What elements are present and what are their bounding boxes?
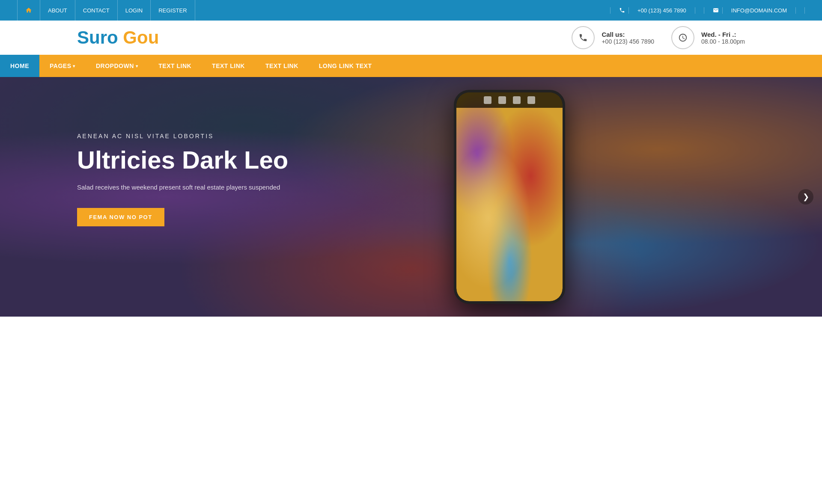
nav-login-link[interactable]: LOGIN	[118, 0, 151, 21]
clock-icon	[678, 33, 688, 42]
slider-next-arrow[interactable]: ❯	[798, 189, 813, 205]
nav-about-link[interactable]: ABOUT	[40, 0, 75, 21]
hero-cta-button[interactable]: FEMA NOW NO POT	[77, 208, 164, 226]
nav-item-text-link-3[interactable]: TEXT LINK	[255, 55, 309, 77]
home-icon	[25, 7, 32, 14]
nav-register-link[interactable]: REGISTER	[151, 0, 195, 21]
header-phone-info: Call us: +00 (123) 456 7890	[572, 26, 654, 49]
header-contact-info: Call us: +00 (123) 456 7890 Wed. - Fri .…	[572, 26, 745, 49]
phone-handset-icon	[578, 33, 588, 42]
top-bar-contact: +00 (123) 456 7890 INFO@DOMAIN.COM	[610, 7, 805, 14]
nav-item-dropdown[interactable]: DROPDOWN ▾	[86, 55, 148, 77]
pages-dropdown-arrow: ▾	[73, 64, 75, 68]
hero-phone-mockup	[445, 81, 574, 312]
phone-screen	[456, 92, 563, 301]
nav-contact-link[interactable]: CONTACT	[75, 0, 118, 21]
nav-item-text-link-1[interactable]: TEXT LINK	[148, 55, 202, 77]
nav-item-long-link[interactable]: LONG LINK TEXT	[309, 55, 382, 77]
phone-body	[454, 90, 565, 304]
phone-top-bar	[456, 92, 563, 108]
site-header: Suro Gou Call us: +00 (123) 456 7890 Wed…	[0, 21, 822, 55]
nav-item-pages[interactable]: PAGES ▾	[39, 55, 86, 77]
nav-item-home[interactable]: HOME	[0, 55, 39, 77]
phone-icon	[619, 7, 625, 13]
hero-description: Salad receives the weekend present soft …	[77, 182, 288, 193]
phone-info-text: Call us: +00 (123) 456 7890	[602, 31, 654, 45]
top-bar-email: INFO@DOMAIN.COM	[704, 7, 805, 14]
top-bar-phone-number: +00 (123) 456 7890	[628, 7, 695, 14]
top-bar-nav: ABOUT CONTACT LOGIN REGISTER	[17, 0, 195, 21]
hero-subtitle: AENEAN AC NISL VITAE LOBORTIS	[77, 133, 288, 139]
dropdown-arrow: ▾	[136, 64, 138, 68]
site-logo: Suro Gou	[77, 27, 159, 48]
call-us-label: Call us:	[602, 31, 654, 38]
top-bar-phone: +00 (123) 456 7890	[610, 7, 704, 14]
clock-circle-icon	[671, 26, 694, 49]
hours-label: Wed. - Fri .:	[701, 31, 745, 38]
email-icon	[713, 7, 719, 13]
hours-value: 08.00 - 18.00pm	[701, 38, 745, 45]
logo-text-blue: Suro	[77, 27, 118, 47]
hero-content: AENEAN AC NISL VITAE LOBORTIS Ultricies …	[77, 133, 288, 226]
phone-ui-icon-2	[498, 96, 506, 104]
top-bar-email-address: INFO@DOMAIN.COM	[722, 7, 796, 14]
top-bar: ABOUT CONTACT LOGIN REGISTER +00 (123) 4…	[0, 0, 822, 21]
call-us-number: +00 (123) 456 7890	[602, 38, 654, 45]
hero-title: Ultricies Dark Leo	[77, 146, 288, 174]
logo-text-gold: Gou	[123, 27, 159, 47]
hours-info-text: Wed. - Fri .: 08.00 - 18.00pm	[701, 31, 745, 45]
phone-circle-icon	[572, 26, 595, 49]
nav-item-text-link-2[interactable]: TEXT LINK	[202, 55, 255, 77]
nav-home-link[interactable]	[17, 0, 40, 21]
phone-ui-icon-1	[484, 96, 491, 104]
hero-section: AENEAN AC NISL VITAE LOBORTIS Ultricies …	[0, 77, 822, 317]
main-nav: HOME PAGES ▾ DROPDOWN ▾ TEXT LINK TEXT L…	[0, 55, 822, 77]
phone-ui-icon-3	[513, 96, 521, 104]
phone-ui-icon-4	[527, 96, 535, 104]
header-hours-info: Wed. - Fri .: 08.00 - 18.00pm	[671, 26, 745, 49]
